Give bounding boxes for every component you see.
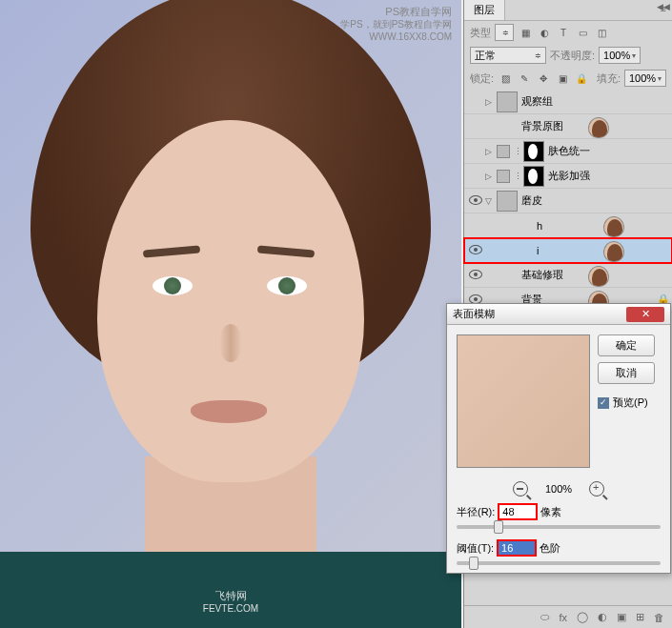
radius-slider[interactable] xyxy=(457,525,661,529)
radius-label: 半径(R): xyxy=(457,505,495,519)
watermark-bottom: 飞特网 FEVTE.COM xyxy=(203,589,258,614)
visibility-icon[interactable] xyxy=(469,195,482,205)
layer-name[interactable]: 光影加强 xyxy=(548,169,670,183)
opacity-label: 不透明度: xyxy=(550,49,595,63)
checkbox-icon: ✓ xyxy=(598,397,609,409)
close-icon[interactable]: ✕ xyxy=(626,307,664,322)
radius-unit: 像素 xyxy=(540,505,561,519)
watermark-top: PS教程自学网 学PS，就到PS教程自学网 WWW.16XX8.COM xyxy=(340,5,452,43)
watermark-line: PS教程自学网 xyxy=(340,5,452,18)
layer-name[interactable]: 磨皮 xyxy=(521,193,670,208)
layer-row[interactable]: h xyxy=(464,213,672,238)
layer-thumbnail[interactable] xyxy=(603,241,624,262)
filter-pixel-icon[interactable]: ▦ xyxy=(518,25,533,40)
watermark-line: 学PS，就到PS教程自学网 xyxy=(340,18,452,30)
threshold-input[interactable]: 16 xyxy=(498,540,536,556)
layer-thumbnail[interactable] xyxy=(523,166,544,187)
lock-label: 锁定: xyxy=(470,71,494,86)
layer-thumbnail[interactable] xyxy=(603,216,624,237)
filter-text-icon[interactable]: T xyxy=(556,25,571,40)
lock-transparent-icon[interactable]: ▨ xyxy=(498,71,513,86)
ok-button[interactable]: 确定 xyxy=(598,334,655,356)
filter-smart-icon[interactable]: ◫ xyxy=(594,25,609,40)
visibility-toggle[interactable] xyxy=(466,245,485,256)
document-canvas[interactable]: PS教程自学网 学PS，就到PS教程自学网 WWW.16XX8.COM 飞特网 … xyxy=(0,0,461,628)
layer-thumbnail[interactable] xyxy=(588,266,609,287)
watermark-line: WWW.16XX8.COM xyxy=(340,30,452,43)
filter-adjust-icon[interactable]: ◐ xyxy=(537,25,552,40)
fill-select[interactable]: 100%▾ xyxy=(624,70,666,87)
link-icon: ⋮ xyxy=(514,147,523,156)
layer-name[interactable]: 肤色统一 xyxy=(548,144,670,158)
watermark-line: 飞特网 xyxy=(203,589,258,603)
layer-row[interactable]: ▷⋮肤色统一 xyxy=(464,139,672,164)
new-layer-icon[interactable]: ⊞ xyxy=(636,611,644,623)
fill-label: 填充: xyxy=(597,71,621,86)
link-icon: ⋮ xyxy=(514,172,523,181)
link-layers-icon[interactable]: ⬭ xyxy=(540,611,549,623)
layer-row[interactable]: ▽磨皮 xyxy=(464,189,672,213)
panel-tabs: 图层 ≡ xyxy=(464,0,672,21)
watermark-line: FEVTE.COM xyxy=(203,603,258,614)
visibility-icon[interactable] xyxy=(469,294,482,304)
layers-list: ▷观察组背景原图▷⋮肤色统一▷⋮光影加强▽磨皮hi基础修瑕背景🔒 xyxy=(464,90,672,313)
extra-thumb xyxy=(497,170,510,183)
portrait-lips xyxy=(191,400,267,423)
adjustment-layer-icon[interactable]: ◐ xyxy=(598,611,607,623)
layer-row[interactable]: i xyxy=(464,238,672,263)
zoom-out-icon[interactable] xyxy=(513,481,528,496)
tab-layers[interactable]: 图层 xyxy=(464,0,505,20)
cancel-button[interactable]: 取消 xyxy=(598,362,655,384)
lock-position-icon[interactable]: ✥ xyxy=(536,71,551,86)
layer-row[interactable]: 基础修瑕 xyxy=(464,263,672,288)
portrait-eye xyxy=(267,276,307,295)
portrait-eye xyxy=(153,276,193,295)
visibility-icon[interactable] xyxy=(469,270,482,279)
layer-row[interactable]: 背景原图 xyxy=(464,114,672,139)
filter-shape-icon[interactable]: ▭ xyxy=(575,25,590,40)
opacity-value: 100% xyxy=(603,50,630,61)
twirl-icon[interactable]: ▽ xyxy=(485,196,497,206)
layer-row[interactable]: ▷观察组 xyxy=(464,90,672,114)
dialog-title: 表面模糊 xyxy=(453,307,495,321)
group-icon[interactable]: ▣ xyxy=(617,611,626,623)
fill-value: 100% xyxy=(629,72,656,84)
preview-checkbox[interactable]: ✓ 预览(P) xyxy=(598,395,655,410)
collapse-icon[interactable]: ◀◀ xyxy=(657,2,670,11)
threshold-label: 阈值(T): xyxy=(457,541,494,556)
layer-row[interactable]: ▷⋮光影加强 xyxy=(464,164,672,189)
blend-mode-value: 正常 xyxy=(475,49,496,63)
filter-type-label: 类型 xyxy=(470,26,491,40)
radius-input[interactable]: 48 xyxy=(499,504,537,519)
twirl-icon[interactable]: ▷ xyxy=(485,172,497,181)
layer-fx-icon[interactable]: fx xyxy=(559,612,567,623)
layer-thumbnail[interactable] xyxy=(497,191,518,212)
twirl-icon[interactable]: ▷ xyxy=(485,147,497,156)
layer-name[interactable]: 观察组 xyxy=(521,94,670,109)
extra-thumb xyxy=(497,145,510,158)
delete-layer-icon[interactable]: 🗑 xyxy=(654,612,664,623)
visibility-toggle[interactable] xyxy=(466,195,485,207)
lock-artboard-icon[interactable]: ▣ xyxy=(555,71,570,86)
panel-footer: ⬭ fx ◯ ◐ ▣ ⊞ 🗑 xyxy=(464,605,672,628)
lock-paint-icon[interactable]: ✎ xyxy=(517,71,532,86)
zoom-in-icon[interactable] xyxy=(589,481,604,496)
preview-label: 预览(P) xyxy=(613,395,648,410)
layer-thumbnail[interactable] xyxy=(523,141,544,162)
filter-type-select[interactable]: ≑ xyxy=(495,24,514,41)
threshold-slider[interactable] xyxy=(457,561,661,565)
layer-thumbnail[interactable] xyxy=(497,91,518,112)
portrait-nose xyxy=(219,324,242,362)
dialog-titlebar[interactable]: 表面模糊 ✕ xyxy=(447,304,670,325)
lock-all-icon[interactable]: 🔒 xyxy=(574,71,589,86)
visibility-icon[interactable] xyxy=(469,245,482,254)
threshold-unit: 色阶 xyxy=(540,541,560,556)
opacity-select[interactable]: 100%▾ xyxy=(599,47,641,64)
dialog-preview[interactable] xyxy=(457,334,590,468)
twirl-icon[interactable]: ▷ xyxy=(485,97,497,107)
blend-mode-select[interactable]: 正常≑ xyxy=(470,47,546,64)
visibility-toggle[interactable] xyxy=(466,270,485,281)
zoom-value: 100% xyxy=(545,483,572,495)
layer-mask-icon[interactable]: ◯ xyxy=(577,611,588,623)
layer-thumbnail[interactable] xyxy=(588,117,609,138)
